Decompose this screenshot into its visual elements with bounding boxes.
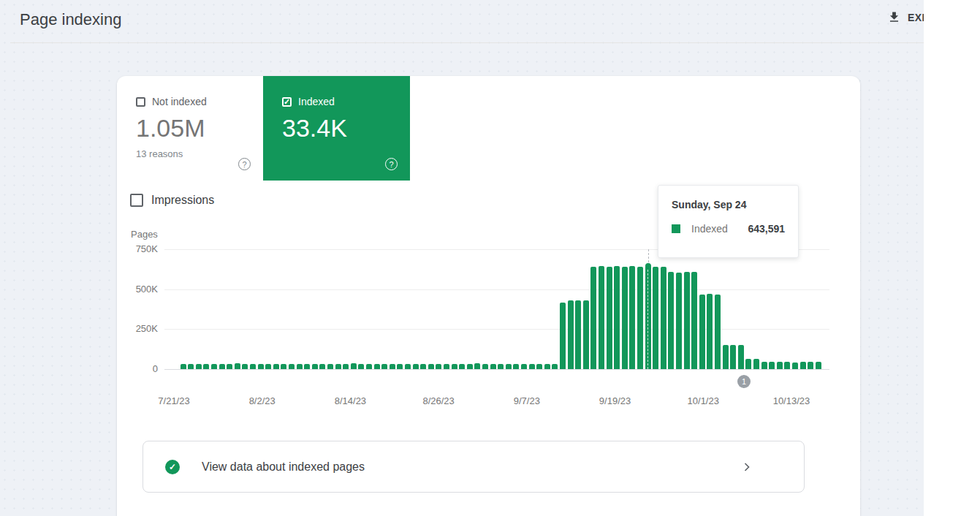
chart-bar[interactable] [668,272,674,369]
chart-bar[interactable] [777,362,783,369]
chart-bar[interactable] [707,294,713,369]
chart-bar[interactable] [590,267,596,369]
chart-bar[interactable] [374,364,380,369]
chart-bar[interactable] [661,267,666,369]
chart-bar[interactable] [761,362,767,369]
chart-bar[interactable] [506,364,512,369]
chart-bar[interactable] [583,300,589,369]
chart-bar[interactable] [459,364,465,369]
chart-bar[interactable] [622,267,628,369]
chart-bar[interactable] [482,364,488,369]
chart-bar[interactable] [816,362,821,369]
chart-bar-highlighted[interactable] [645,266,651,369]
chart-bar[interactable] [335,364,341,369]
chart-bar[interactable] [428,364,434,369]
chart-bar[interactable] [529,364,535,369]
chart-bar[interactable] [490,364,496,369]
chart-bar[interactable] [784,362,790,369]
chart-bar[interactable] [444,364,449,369]
chart-bar[interactable] [219,364,225,369]
chart-bar[interactable] [397,364,403,369]
chart-bar[interactable] [273,364,279,369]
chart-bar[interactable] [498,364,504,369]
chart-bar[interactable] [227,364,232,369]
indexed-series-swatch [672,224,680,233]
chart-bar[interactable] [242,364,248,369]
chart-bar[interactable] [381,364,387,369]
annotation-marker[interactable]: 1 [737,375,751,388]
chart-bar[interactable] [676,273,682,369]
chart-bar[interactable] [691,272,697,369]
x-axis-tick: 7/21/23 [158,395,189,406]
x-axis-tick: 8/2/23 [249,395,276,406]
chart-bar[interactable] [250,364,256,369]
chart-bar[interactable] [258,364,264,369]
chart-bar[interactable] [203,364,209,369]
chart-bar[interactable] [304,364,310,369]
x-axis-tick: 10/1/23 [688,395,719,406]
download-icon [887,10,901,24]
chart-bar[interactable] [745,359,751,369]
x-axis-tick: 8/14/23 [335,395,366,406]
chart-bar[interactable] [327,364,333,369]
chart-bar[interactable] [181,364,186,369]
chart-bar[interactable] [653,267,658,369]
chart-bar[interactable] [607,267,612,369]
chart-bar[interactable] [614,266,620,369]
chart-bar[interactable] [552,364,558,369]
chart-bar[interactable] [319,364,325,369]
chart-bar[interactable] [436,364,441,369]
chart-bar[interactable] [289,364,295,369]
chart-bar[interactable] [800,362,806,369]
chart-bar[interactable] [637,267,643,369]
chart-bar[interactable] [599,266,604,369]
chart-bar[interactable] [536,364,542,369]
chart-bar[interactable] [769,362,775,369]
tooltip-date: Sunday, Sep 24 [672,199,785,210]
chart-bar[interactable] [544,364,550,369]
chart-bar[interactable] [753,359,759,369]
chart-bar[interactable] [521,364,527,369]
chart-bar[interactable] [358,364,364,369]
y-axis-label: Pages [131,229,158,240]
chart-bar[interactable] [265,364,271,369]
chart-bar[interactable] [730,345,736,369]
view-indexed-data-link[interactable]: ✓ View data about indexed pages [143,441,805,493]
chart-bar[interactable] [211,364,217,369]
chart-bar[interactable] [452,364,457,369]
chart-bar[interactable] [351,363,357,369]
chart-bar[interactable] [196,364,202,369]
chevron-right-icon[interactable] [740,460,754,474]
chart-bar[interactable] [312,364,318,369]
chart-bar[interactable] [808,362,813,369]
hover-guide-inner [647,266,648,369]
chart-bar[interactable] [738,345,744,369]
chart-bar[interactable] [575,300,581,369]
chart-bar[interactable] [188,364,194,369]
chart-bar[interactable] [560,303,566,369]
tooltip-series-label: Indexed [691,223,728,235]
chart-bar[interactable] [343,364,349,369]
chart-bar[interactable] [723,345,729,369]
chart-bar[interactable] [413,364,419,369]
report-card: Not indexed 1.05M 13 reasons ? ✓ Indexed… [117,76,860,516]
chart-bar[interactable] [420,364,426,369]
y-axis-tick: 500K [117,284,158,295]
chart-bar[interactable] [715,295,721,369]
footer-link-label: View data about indexed pages [202,460,365,474]
chart-bar[interactable] [235,363,240,369]
chart-bar[interactable] [513,364,519,369]
chart-bar[interactable] [699,295,705,369]
chart-bar[interactable] [297,364,303,369]
chart-bar[interactable] [568,300,574,369]
chart-bar[interactable] [792,363,798,369]
chart-bar[interactable] [474,363,480,369]
chart-bar[interactable] [684,272,690,369]
chart-bar[interactable] [390,364,395,369]
chart-bar[interactable] [281,364,286,369]
chart-bar[interactable] [366,364,372,369]
chart-bar[interactable] [467,364,473,369]
x-axis-tick: 10/13/23 [773,395,810,406]
chart-bar[interactable] [629,266,635,369]
chart-bar[interactable] [405,364,411,369]
